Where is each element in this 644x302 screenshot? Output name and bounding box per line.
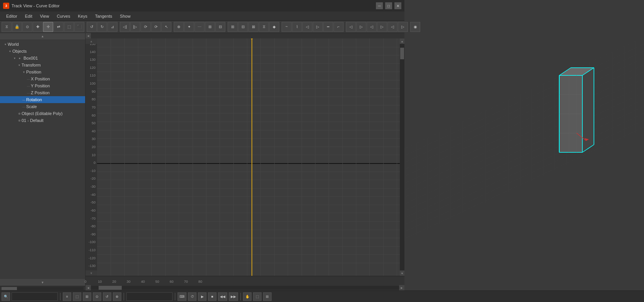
tree-scroll-down-button[interactable]: ▼ — [0, 279, 85, 286]
stepped-button[interactable]: ⌐ — [334, 22, 344, 32]
tree-item-zposition[interactable]: — Z Position — [0, 89, 85, 96]
minimize-button[interactable]: ─ — [376, 2, 383, 9]
select-key-button[interactable]: ⊕ — [174, 22, 184, 32]
statusbar-search-icon[interactable]: 🔍 — [2, 292, 10, 301]
menu-tangents[interactable]: Tangents — [91, 13, 116, 19]
tree-item-xposition[interactable]: — X Position — [0, 75, 85, 82]
curve-scroll-left-button[interactable]: ◄ — [86, 33, 91, 38]
param2-button[interactable]: ⋯ — [195, 22, 205, 32]
y-scroll-up-btn[interactable]: ▲ — [400, 38, 404, 44]
custom-button[interactable]: ⌇ — [292, 22, 302, 32]
statusbar-frame-button[interactable]: ⊞ — [83, 292, 91, 301]
select-all-button[interactable]: ⬛ — [74, 22, 84, 32]
tree-hscroll-thumb[interactable] — [2, 287, 17, 290]
flat-button[interactable]: ━ — [323, 22, 333, 32]
move-button[interactable]: ✛ — [43, 22, 53, 32]
statusbar-select-button[interactable]: ⬚ — [73, 292, 81, 301]
statusbar-hand-button[interactable]: ✋ — [243, 292, 252, 301]
fast-out[interactable]: ▷ — [398, 22, 408, 32]
hscroll-right-button[interactable]: ► — [399, 285, 404, 290]
cursor-button[interactable]: ↖ — [161, 22, 171, 32]
statusbar-coord-input[interactable] — [126, 292, 173, 301]
cycle-button[interactable]: ⟳ — [141, 22, 151, 32]
fast-in[interactable]: ◁ — [387, 22, 397, 32]
statusbar-key-button[interactable]: ⌨ — [178, 292, 186, 301]
menu-show[interactable]: Show — [116, 13, 134, 19]
tree-item-box001[interactable]: ▾ ● Box001 — [0, 55, 85, 62]
playhead[interactable] — [252, 38, 252, 276]
tree-item-yposition[interactable]: — Y Position — [0, 82, 85, 89]
3d-viewport[interactable] — [404, 33, 644, 290]
time-button[interactable]: ⊞ — [228, 22, 238, 32]
menu-curves[interactable]: Curves — [53, 13, 74, 19]
statusbar-filter-button[interactable]: ≡ — [63, 292, 71, 301]
key2-button[interactable]: ⊟ — [215, 22, 225, 32]
statusbar-viewport-button[interactable]: ⬚ — [253, 292, 262, 301]
snap-button[interactable]: ⊙ — [22, 22, 32, 32]
fast-button[interactable]: ◁ — [302, 22, 312, 32]
hscroll-left-button[interactable]: ◄ — [86, 285, 91, 290]
tangent-button[interactable]: ⊿ — [107, 22, 117, 32]
tree-item-transform[interactable]: ▾ Transform — [0, 62, 85, 68]
tree-item-box001-label: Box001 — [23, 56, 38, 60]
grid-v-140 — [288, 38, 288, 276]
tree-item-position[interactable]: ▾ Position — [0, 68, 85, 75]
region-select-button[interactable]: ⬚ — [64, 22, 74, 32]
menu-editor[interactable]: Editor — [2, 13, 21, 19]
mirror-button[interactable]: ⇄ — [54, 22, 64, 32]
y-label-n90: -90 — [91, 232, 96, 236]
val-button[interactable]: ⊟ — [238, 22, 248, 32]
both-button[interactable]: ⊠ — [248, 22, 258, 32]
undo-button[interactable]: ↺ — [87, 22, 97, 32]
y-scroll-down-button[interactable]: ▼ — [86, 270, 97, 276]
statusbar-next-button[interactable]: ▶▶ — [229, 292, 238, 301]
tree-item-world[interactable]: ▾ World — [0, 41, 85, 48]
slow-out[interactable]: ▷ — [377, 22, 387, 32]
statusbar-pan-button[interactable]: ↺ — [103, 292, 111, 301]
param-in-button[interactable]: |▷ — [130, 22, 140, 32]
unify-button[interactable]: ◆ — [269, 22, 279, 32]
graph-area[interactable] — [97, 38, 400, 276]
tree-item-rotation[interactable]: — Rotation — [0, 96, 85, 103]
linear-out[interactable]: ▷ — [356, 22, 366, 32]
tree-item-object-editable[interactable]: ⊕ Object (Editable Poly) — [0, 110, 85, 117]
statusbar-zoom-button[interactable]: ⊕ — [113, 292, 121, 301]
add-key-button[interactable]: ✚ — [33, 22, 43, 32]
linear-in[interactable]: ◁ — [346, 22, 356, 32]
break-button[interactable]: ⧖ — [259, 22, 269, 32]
statusbar-expand-button[interactable]: ⊞ — [263, 292, 272, 301]
slow-in[interactable]: ◁ — [367, 22, 377, 32]
filter-button[interactable]: ⧖ — [2, 22, 12, 32]
tree-hscrollbar[interactable] — [0, 286, 85, 290]
snap2-button[interactable]: ⊞ — [205, 22, 215, 32]
statusbar-time-button[interactable]: ⏱ — [188, 292, 196, 301]
hscroll-thumb[interactable] — [99, 286, 122, 290]
x-label-50: 50 — [155, 280, 159, 284]
y-scroll-up-button[interactable]: ▲ — [86, 38, 97, 44]
tree-item-objects[interactable]: ▾ Objects — [0, 48, 85, 55]
tree-item-material[interactable]: ⊕ 01 - Default — [0, 117, 85, 124]
statusbar-prev-button[interactable]: ◀◀ — [218, 292, 227, 301]
restore-button[interactable]: □ — [385, 2, 392, 9]
tree-item-scale[interactable]: — Scale — [0, 103, 85, 110]
grid-h-n20 — [97, 180, 400, 180]
statusbar-orbit-button[interactable]: ⊙ — [93, 292, 101, 301]
y-scroll-thumb[interactable] — [400, 48, 404, 59]
menu-edit[interactable]: Edit — [21, 13, 36, 19]
show-btn[interactable]: ◉ — [410, 22, 420, 32]
close-button[interactable]: ✕ — [394, 2, 401, 9]
ease-button[interactable]: ~ — [282, 22, 292, 32]
ping-button[interactable]: ⟳ — [151, 22, 161, 32]
tree-scroll-up-button[interactable]: ▲ — [0, 33, 85, 40]
lock-button[interactable]: 🔒 — [12, 22, 22, 32]
statusbar-stop-button[interactable]: ■ — [208, 292, 216, 301]
statusbar-play-button[interactable]: ▶ — [198, 292, 206, 301]
y-scroll-down-btn[interactable]: ▼ — [400, 270, 404, 276]
slow-button[interactable]: ▷ — [313, 22, 323, 32]
menu-view[interactable]: View — [36, 13, 53, 19]
redo-button[interactable]: ↻ — [97, 22, 107, 32]
param-out-button[interactable]: ◁| — [120, 22, 130, 32]
menu-keys[interactable]: Keys — [74, 13, 91, 19]
func-button[interactable]: ✦ — [184, 22, 194, 32]
statusbar-search-input[interactable] — [12, 292, 58, 301]
